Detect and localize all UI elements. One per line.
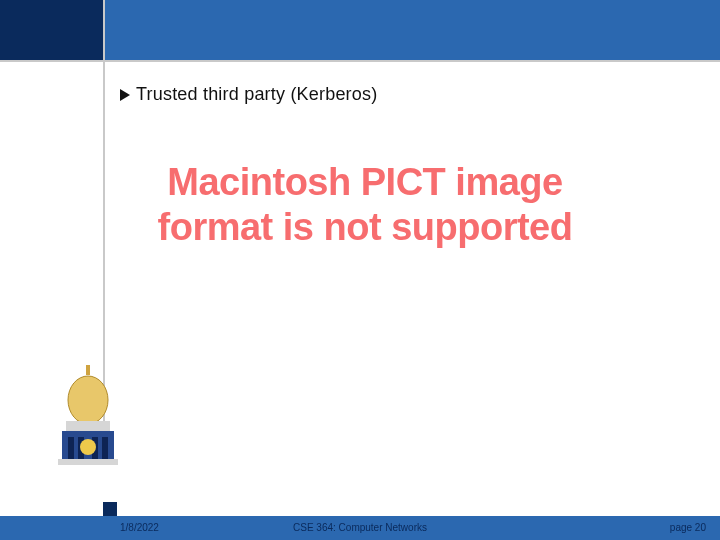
dome-logo	[54, 365, 124, 485]
svg-point-10	[80, 439, 96, 455]
footer-band: 1/8/2022 CSE 364: Computer Networks page…	[0, 516, 720, 540]
bullet-text: Trusted third party (Kerberos)	[136, 84, 377, 105]
horizontal-divider	[0, 60, 720, 62]
svg-rect-9	[102, 437, 108, 459]
header-dark-block	[0, 0, 103, 60]
header-band	[0, 0, 720, 60]
svg-rect-4	[66, 421, 110, 431]
svg-marker-0	[120, 89, 130, 101]
triangle-bullet-icon	[120, 89, 130, 101]
footer-date: 1/8/2022	[120, 522, 159, 533]
svg-rect-11	[58, 459, 118, 465]
footer-page: page 20	[670, 522, 706, 533]
bullet-item: Trusted third party (Kerberos)	[120, 84, 377, 105]
footer-course: CSE 364: Computer Networks	[293, 522, 427, 533]
unsupported-format-message: Macintosh PICT image format is not suppo…	[130, 160, 600, 250]
svg-rect-6	[68, 437, 74, 459]
svg-rect-1	[86, 365, 90, 375]
footer-accent-box	[103, 502, 117, 516]
